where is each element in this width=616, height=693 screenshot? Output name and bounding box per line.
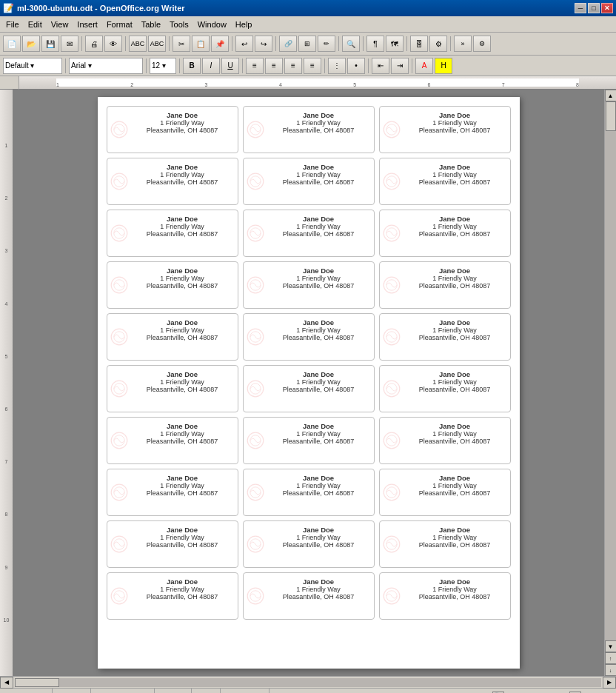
font-color-button[interactable]: A bbox=[415, 58, 433, 74]
copy-button[interactable]: 📋 bbox=[192, 36, 210, 52]
more-button[interactable]: » bbox=[454, 36, 472, 52]
menu-view[interactable]: View bbox=[47, 19, 73, 30]
extra-button[interactable]: ⚙ bbox=[473, 36, 491, 52]
hyperlink-button[interactable]: 🔗 bbox=[279, 36, 297, 52]
label-name: Jane Doe bbox=[402, 474, 507, 482]
align-right-button[interactable]: ≡ bbox=[284, 58, 302, 74]
labels-grid: Jane Doe 1 Friendly Way Pleasantville, O… bbox=[107, 106, 511, 620]
label-9-3: Jane Doe 1 Friendly Way Pleasantville, O… bbox=[379, 520, 511, 568]
menu-edit[interactable]: Edit bbox=[24, 19, 47, 30]
undo-button[interactable]: ↩ bbox=[235, 36, 253, 52]
label-city: Pleasantville, OH 48087 bbox=[402, 593, 507, 600]
label-street: 1 Friendly Way bbox=[130, 534, 235, 541]
label-street: 1 Friendly Way bbox=[130, 327, 235, 334]
underline-button[interactable]: U bbox=[221, 58, 239, 74]
toolbar-separator-3 bbox=[169, 36, 170, 51]
align-center-button[interactable]: ≡ bbox=[265, 58, 283, 74]
table-button[interactable]: ⊞ bbox=[298, 36, 316, 52]
label-8-1: Jane Doe 1 Friendly Way Pleasantville, O… bbox=[107, 469, 238, 516]
label-name: Jane Doe bbox=[266, 370, 371, 378]
data-sources-button[interactable]: 🗄 bbox=[410, 36, 428, 52]
indent-button[interactable]: ⇥ bbox=[391, 58, 409, 74]
scroll-right-button[interactable]: ▶ bbox=[603, 677, 616, 689]
cut-button[interactable]: ✂ bbox=[173, 36, 190, 52]
label-7-3: Jane Doe 1 Friendly Way Pleasantville, O… bbox=[379, 417, 511, 464]
title-bar-controls[interactable]: ─ □ ✕ bbox=[575, 3, 613, 13]
label-street: 1 Friendly Way bbox=[402, 378, 507, 386]
label-street: 1 Friendly Way bbox=[130, 378, 235, 386]
numbering-button[interactable]: ⋮ bbox=[328, 58, 346, 74]
label-name: Jane Doe bbox=[266, 215, 371, 223]
watermark-icon bbox=[110, 121, 128, 138]
scroll-down-button[interactable]: ▼ bbox=[605, 640, 617, 652]
menu-help[interactable]: Help bbox=[231, 19, 257, 30]
std-status: STD bbox=[192, 689, 221, 693]
label-name: Jane Doe bbox=[402, 163, 507, 171]
menu-window[interactable]: Window bbox=[193, 19, 231, 30]
scroll-left-button[interactable]: ◀ bbox=[0, 677, 13, 689]
minimize-button[interactable]: ─ bbox=[575, 3, 586, 13]
print-preview-button[interactable]: 👁 bbox=[104, 36, 122, 52]
style-dropdown[interactable]: Default ▾ bbox=[3, 58, 62, 74]
save-button[interactable]: 💾 bbox=[41, 36, 59, 52]
menu-table[interactable]: Table bbox=[137, 19, 165, 30]
email-button[interactable]: ✉ bbox=[61, 36, 78, 52]
close-button[interactable]: ✕ bbox=[601, 3, 613, 13]
highlight-button[interactable]: H bbox=[435, 58, 452, 74]
label-name: Jane Doe bbox=[266, 526, 371, 534]
spellcheck-button[interactable]: ABC bbox=[129, 36, 147, 52]
paste-button[interactable]: 📌 bbox=[211, 36, 229, 52]
label-street: 1 Friendly Way bbox=[402, 275, 507, 282]
show-draw-button[interactable]: ✏ bbox=[318, 36, 335, 52]
ruler-corner bbox=[0, 76, 19, 90]
label-city: Pleasantville, OH 48087 bbox=[402, 230, 507, 238]
outdent-button[interactable]: ⇤ bbox=[372, 58, 389, 74]
menu-tools[interactable]: Tools bbox=[165, 19, 193, 30]
label-city: Pleasantville, OH 48087 bbox=[130, 541, 235, 549]
label-10-2: Jane Doe 1 Friendly Way Pleasantville, O… bbox=[243, 572, 375, 620]
label-name: Jane Doe bbox=[130, 318, 235, 327]
align-left-button[interactable]: ≡ bbox=[246, 58, 264, 74]
nonprint-button[interactable]: ¶ bbox=[366, 36, 384, 52]
navigator-button[interactable]: 🗺 bbox=[386, 36, 404, 52]
watermark-icon-5 bbox=[247, 173, 264, 190]
fields-button[interactable]: ⚙ bbox=[429, 36, 447, 52]
menu-file[interactable]: File bbox=[1, 19, 24, 30]
h-scroll-track[interactable] bbox=[15, 678, 601, 687]
label-street: 1 Friendly Way bbox=[130, 171, 235, 178]
scroll-thumb[interactable] bbox=[606, 101, 616, 131]
scroll-line-down[interactable]: ↓ bbox=[605, 664, 617, 676]
redo-button[interactable]: ↪ bbox=[255, 36, 272, 52]
label-street: 1 Friendly Way bbox=[402, 171, 507, 178]
scroll-track[interactable] bbox=[605, 101, 617, 640]
scroll-up-button[interactable]: ▲ bbox=[605, 90, 617, 101]
find-button[interactable]: 🔍 bbox=[342, 36, 360, 52]
main-area: 12345678910 Jane Doe 1 Friendly Way Plea… bbox=[0, 90, 616, 676]
h-scroll-thumb[interactable] bbox=[15, 678, 59, 687]
label-street: 1 Friendly Way bbox=[130, 223, 235, 230]
label-name: Jane Doe bbox=[266, 111, 371, 119]
watermark-icon-14 bbox=[247, 328, 264, 346]
watermark-icon-22 bbox=[110, 483, 128, 501]
new-button[interactable]: 📄 bbox=[3, 36, 21, 52]
font-size-dropdown[interactable]: 12 ▾ bbox=[150, 58, 176, 74]
font-name-dropdown[interactable]: Arial ▾ bbox=[69, 58, 143, 74]
label-city: Pleasantville, OH 48087 bbox=[266, 593, 371, 600]
vertical-scrollbar[interactable]: ▲ ▼ ↑ ↓ bbox=[604, 90, 616, 676]
autocorrect-button[interactable]: ABC bbox=[148, 36, 166, 52]
label-name: Jane Doe bbox=[402, 370, 507, 378]
maximize-button[interactable]: □ bbox=[588, 3, 600, 13]
bullets-button[interactable]: • bbox=[347, 58, 365, 74]
scroll-line-up[interactable]: ↑ bbox=[605, 652, 617, 664]
style-status: Default bbox=[53, 689, 91, 693]
menu-format[interactable]: Format bbox=[102, 19, 137, 30]
label-city: Pleasantville, OH 48087 bbox=[266, 127, 371, 134]
bold-button[interactable]: B bbox=[183, 58, 201, 74]
print-button[interactable]: 🖨 bbox=[85, 36, 103, 52]
menu-insert[interactable]: Insert bbox=[73, 19, 102, 30]
justify-button[interactable]: ≡ bbox=[304, 58, 321, 74]
label-8-2: Jane Doe 1 Friendly Way Pleasantville, O… bbox=[243, 469, 375, 516]
open-button[interactable]: 📂 bbox=[22, 36, 40, 52]
italic-button[interactable]: I bbox=[202, 58, 220, 74]
label-street: 1 Friendly Way bbox=[266, 119, 371, 127]
